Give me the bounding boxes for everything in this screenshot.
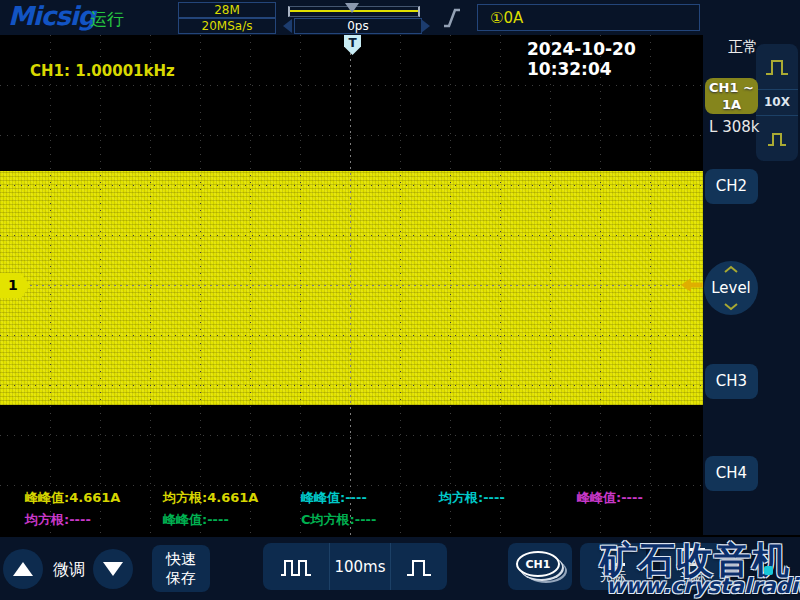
timebase-slower-button[interactable] [263, 543, 330, 590]
grid-line [0, 185, 703, 186]
sample-rate-box[interactable]: 20MSa/s [178, 18, 276, 34]
measure-row1: 峰峰值:4.661A均方根:4.661A峰峰值:----均方根:----峰峰值:… [25, 487, 703, 505]
timebase-value[interactable]: 100ms [330, 543, 392, 590]
ch1-scale: 1A [705, 97, 758, 114]
fine-down-button[interactable] [93, 549, 133, 589]
multi-pulse-icon [279, 555, 313, 579]
ch3-button[interactable]: CH3 [705, 364, 758, 399]
fine-tune-label: 微调 [53, 560, 85, 581]
measurement-value: 均方根:---- [439, 489, 577, 507]
grid-line [0, 485, 703, 486]
timestamp-label: 2024-10-20 10:32:04 [527, 39, 703, 79]
grid-line [0, 385, 703, 386]
measurement-value: 均方根:---- [25, 511, 163, 529]
probe-ratio-label: 10X [756, 89, 798, 116]
level-button[interactable]: Level [704, 261, 758, 315]
brand-logo: Micsig [8, 1, 95, 31]
measure-row2: 均方根:----峰峰值:----C均方根:---- [25, 509, 703, 527]
trigger-position-marker-icon[interactable]: T [344, 35, 361, 55]
grid-line [0, 285, 703, 286]
ch1-label: CH1 ~ [705, 80, 758, 97]
top-bar: Micsig 运行 28M 20MSa/s 0ps ①0A [0, 0, 800, 35]
measurement-value: 峰峰值:---- [577, 489, 715, 507]
pan-left-icon[interactable] [283, 19, 292, 33]
watermark-url: www.crystalradio.cn [606, 574, 800, 598]
down-triangle-icon [103, 562, 123, 576]
timebase-faster-button[interactable] [391, 543, 447, 590]
measurement-value: 峰峰值:---- [301, 489, 439, 507]
grid-line [0, 135, 703, 136]
measurement-value: 均方根:4.661A [163, 489, 301, 507]
trigger-delay-box[interactable]: 0ps [294, 18, 422, 34]
up-triangle-icon [13, 562, 33, 576]
fine-up-button[interactable] [3, 549, 43, 589]
pan-right-icon[interactable] [421, 19, 430, 33]
ch1-frequency-label: CH1: 1.00001kHz [30, 62, 175, 80]
ch4-button[interactable]: CH4 [705, 456, 758, 491]
watermark-square-icon [764, 566, 773, 575]
ch2-button[interactable]: CH2 [705, 169, 758, 204]
trigger-source-button[interactable]: CH1 [508, 543, 572, 590]
measurement-value: 峰峰值:---- [163, 511, 301, 529]
timebase-control: 100ms [263, 543, 447, 590]
right-sidebar: 正常 10X CH1 ~ 1A L 308k CH2 Level CH3 CH4 [703, 35, 800, 535]
run-status-label: 运行 [90, 8, 124, 31]
chevron-up-icon [723, 265, 739, 273]
trigger-info-box[interactable]: ①0A [477, 4, 700, 31]
quick-save-line1: 快速 [152, 550, 210, 569]
measurement-value: C均方根:---- [301, 511, 439, 529]
trigger-mode-label: 正常 [728, 38, 758, 57]
ch1-waveform-band [0, 171, 703, 405]
ch1-button[interactable]: CH1 ~ 1A [705, 78, 758, 114]
level-label: Level [711, 279, 751, 297]
grid-line [0, 85, 703, 86]
trigger-position-top-marker-icon[interactable] [345, 3, 359, 13]
pulse-icon [405, 555, 433, 579]
record-length-label: L 308k [709, 118, 759, 136]
pulse-icon[interactable] [756, 44, 798, 89]
quick-save-button[interactable]: 快速 保存 [152, 545, 210, 592]
trigger-coupling-panel[interactable]: 10X [756, 44, 798, 161]
grid-line [0, 235, 703, 236]
chevron-down-icon [723, 303, 739, 311]
measurement-value: 峰峰值:4.661A [25, 489, 163, 507]
trigger-slope-icon[interactable] [441, 6, 463, 30]
memory-depth-box[interactable]: 28M [178, 2, 276, 18]
grid-line [0, 335, 703, 336]
quick-save-line2: 保存 [152, 569, 210, 588]
ch1-knob-icon: CH1 [516, 551, 560, 577]
waveform-area: CH1: 1.00001kHz 2024-10-20 10:32:04 T 1 [0, 35, 703, 535]
pulse-icon[interactable] [756, 116, 798, 161]
grid-line [0, 435, 703, 436]
